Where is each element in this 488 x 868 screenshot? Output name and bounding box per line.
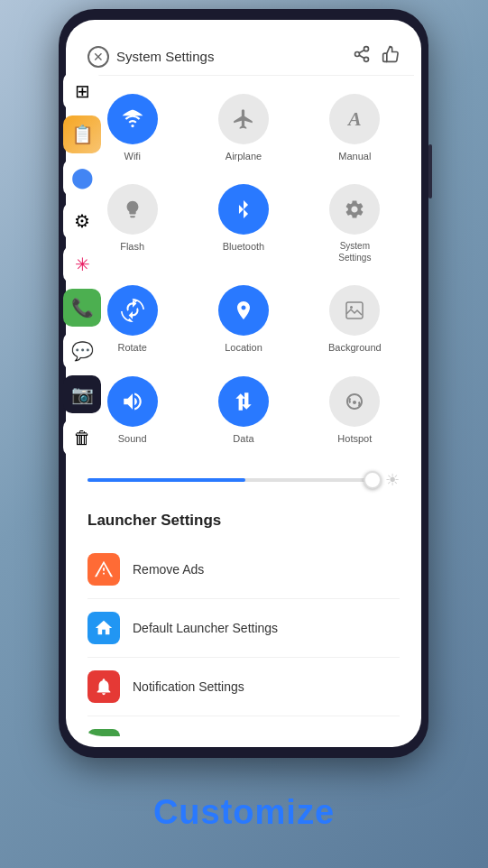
toggle-location[interactable]: Location [188,274,299,365]
data-circle [218,376,269,427]
dock-item-trash[interactable]: 🗑 [63,419,101,457]
svg-rect-6 [346,302,363,319]
bluetooth-circle [218,184,269,235]
launcher-item-grid-view-size[interactable]: Grid View Size [87,716,400,736]
dock-item-camera[interactable]: 📷 [63,375,101,413]
system-settings-label: SystemSettings [338,240,371,263]
settings-panel: ✕ System Settings [73,31,414,736]
default-launcher-label: Default Launcher Settings [133,621,278,635]
brightness-fill [87,478,245,482]
svg-point-1 [355,52,360,57]
customize-text: Customize [0,793,488,832]
header-icons [353,45,400,68]
dock-item-chrome[interactable]: ⬤ [63,159,101,197]
close-button[interactable]: ✕ [87,46,109,68]
svg-point-5 [131,125,134,127]
launcher-item-notification-settings[interactable]: Notification Settings [87,658,400,716]
phone-screen: ✕ System Settings [66,20,421,747]
location-label: Location [225,341,262,354]
sidebar-dock: ⊞ 📋 ⬤ ⚙ ✳ 📞 💬 📷 🗑 [59,72,106,457]
wifi-label: Wifi [124,150,141,162]
toggles-grid: Wifi Airplane A Manual [73,76,414,463]
manual-label: Manual [338,150,371,162]
brightness-sun-icon: ☀ [385,470,400,490]
rotate-label: Rotate [117,341,146,354]
panel-title: System Settings [116,49,345,64]
svg-point-0 [364,47,369,51]
brightness-thumb[interactable] [364,471,382,489]
svg-point-7 [350,306,353,309]
like-icon[interactable] [382,45,400,68]
location-circle [218,285,269,336]
toggle-airplane[interactable]: Airplane [188,83,299,173]
toggle-manual[interactable]: A Manual [299,83,410,173]
dock-item-messages[interactable]: 💬 [63,332,101,370]
brightness-slider[interactable] [87,478,374,482]
phone-frame: ✕ System Settings [59,9,428,758]
background-label: Background [328,341,382,354]
dock-item-phone[interactable]: 📞 [63,289,101,327]
toggle-data[interactable]: Data [188,365,299,456]
bluetooth-label: Bluetooth [223,240,264,253]
launcher-section: Launcher Settings Remove Ads [73,504,414,736]
toggle-system-settings[interactable]: SystemSettings [299,173,410,274]
launcher-item-remove-ads[interactable]: Remove Ads [87,540,400,599]
toggle-background[interactable]: Background [299,274,410,365]
flash-circle [107,184,158,235]
share-icon[interactable] [353,45,371,68]
wifi-circle [107,94,158,144]
dock-item-pinwheel[interactable]: ✳ [63,245,101,283]
side-button [428,144,432,199]
remove-ads-icon [87,553,120,586]
system-settings-circle [329,184,380,235]
manual-circle: A [329,94,380,144]
rotate-circle [107,285,158,336]
airplane-circle [218,94,269,144]
svg-line-4 [359,50,364,52]
toggle-hotspot[interactable]: Hotspot [299,365,410,456]
dock-item-grid[interactable]: ⊞ [63,72,101,110]
remove-ads-label: Remove Ads [133,562,204,577]
notification-settings-label: Notification Settings [133,679,244,694]
hotspot-label: Hotspot [337,432,372,445]
brightness-container: ☀ [73,463,414,504]
svg-point-2 [364,57,369,61]
panel-header: ✕ System Settings [73,31,414,76]
background-circle [329,285,380,336]
hotspot-circle [329,376,380,427]
default-launcher-icon [87,612,120,644]
sound-circle [107,376,158,427]
notification-settings-icon [87,670,120,703]
sound-label: Sound [118,432,147,445]
data-label: Data [233,432,253,445]
grid-view-size-icon [87,729,120,736]
dock-item-notes[interactable]: 📋 [63,115,101,153]
toggle-bluetooth[interactable]: Bluetooth [188,173,299,274]
launcher-item-default-launcher[interactable]: Default Launcher Settings [87,599,400,658]
launcher-section-title: Launcher Settings [87,512,400,530]
flash-label: Flash [120,240,144,253]
airplane-label: Airplane [226,150,262,162]
svg-line-3 [359,55,364,58]
dock-item-settings[interactable]: ⚙ [63,202,101,240]
